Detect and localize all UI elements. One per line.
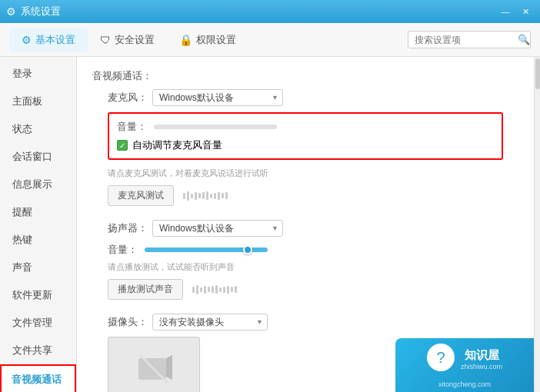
scrollbar-thumb[interactable] bbox=[535, 58, 540, 89]
mic-volume-row: 音量： bbox=[117, 120, 494, 134]
sidebar-item-reminder[interactable]: 提醒 bbox=[0, 198, 76, 226]
sidebar-item-dashboard[interactable]: 主面板 bbox=[0, 88, 76, 115]
speaker-device-select-wrapper[interactable]: Windows默认设备 bbox=[152, 220, 283, 237]
speaker-volume-row: 音量： bbox=[108, 243, 518, 257]
spk-waveform bbox=[192, 285, 237, 294]
speaker-device-select[interactable]: Windows默认设备 bbox=[152, 220, 283, 237]
auto-adjust-checkbox[interactable]: ✓ bbox=[117, 140, 128, 151]
title-bar: ⚙ 系统设置 — ✕ bbox=[0, 0, 540, 23]
tab-security-label: 安全设置 bbox=[115, 33, 155, 47]
sidebar-item-login[interactable]: 登录 bbox=[0, 60, 76, 88]
tab-basic-label: 基本设置 bbox=[35, 33, 75, 47]
scrollbar[interactable] bbox=[534, 57, 540, 392]
minimize-button[interactable]: — bbox=[497, 5, 514, 18]
close-button[interactable]: ✕ bbox=[517, 5, 534, 18]
search-box[interactable]: 🔍 bbox=[408, 31, 531, 48]
app-icon: ⚙ bbox=[6, 5, 16, 18]
watermark: ? 知识屋 zhishiwu.com xitongcheng.com bbox=[395, 338, 534, 392]
spk-hint-text: 请点播放测试，试试能否听到声音 bbox=[108, 261, 518, 273]
spk-test-row: 播放测试声音 bbox=[108, 279, 518, 300]
av-section-title-row: 音视频通话： bbox=[92, 69, 518, 83]
search-icon: 🔍 bbox=[518, 34, 530, 45]
spk-test-button[interactable]: 播放测试声音 bbox=[108, 279, 183, 300]
av-section-label: 音视频通话： bbox=[92, 69, 152, 83]
sidebar-item-hotkey[interactable]: 热键 bbox=[0, 226, 76, 254]
tab-permissions-label: 权限设置 bbox=[196, 33, 236, 47]
sidebar-item-info-display[interactable]: 信息展示 bbox=[0, 171, 76, 198]
sidebar-item-status[interactable]: 状态 bbox=[0, 115, 76, 143]
sidebar-item-chat-window[interactable]: 会话窗口 bbox=[0, 143, 76, 171]
speaker-slider-track[interactable] bbox=[145, 247, 268, 252]
camera-device-select[interactable]: 没有安装摄像头 bbox=[152, 314, 268, 331]
mic-field-label: 麦克风： bbox=[108, 91, 148, 105]
main-layout: 登录 主面板 状态 会话窗口 信息展示 提醒 热键 声音 软件更新 文件管理 文… bbox=[0, 57, 540, 392]
permissions-icon: 🔒 bbox=[179, 34, 192, 46]
auto-adjust-label: 自动调节麦克风音量 bbox=[132, 138, 222, 152]
window-controls: — ✕ bbox=[497, 5, 534, 18]
search-input[interactable] bbox=[415, 35, 515, 45]
watermark-text-block: 知识屋 zhishiwu.com bbox=[461, 348, 502, 370]
auto-adjust-row[interactable]: ✓ 自动调节麦克风音量 bbox=[117, 138, 494, 152]
sidebar-item-file-manage[interactable]: 文件管理 bbox=[0, 309, 76, 337]
sidebar: 登录 主面板 状态 会话窗口 信息展示 提醒 热键 声音 软件更新 文件管理 文… bbox=[0, 57, 77, 392]
mic-device-row: 麦克风： Windows默认设备 bbox=[108, 89, 518, 106]
mic-volume-label: 音量： bbox=[117, 120, 148, 134]
basic-icon: ⚙ bbox=[22, 34, 32, 46]
mic-test-row: 麦克风测试 bbox=[108, 185, 518, 206]
mic-volume-bar[interactable] bbox=[154, 125, 277, 129]
spk-volume-label: 音量： bbox=[108, 243, 138, 257]
mic-device-select[interactable]: Windows默认设备 bbox=[152, 89, 283, 106]
sidebar-item-software-update[interactable]: 软件更新 bbox=[0, 281, 76, 309]
sidebar-item-sound[interactable]: 声音 bbox=[0, 254, 76, 281]
window-title: 系统设置 bbox=[21, 5, 497, 18]
watermark-site: 知识屋 bbox=[461, 348, 502, 363]
sidebar-item-av-call[interactable]: 音视频通话 bbox=[0, 364, 76, 392]
mic-highlight-box: 音量： ✓ 自动调节麦克风音量 bbox=[108, 112, 503, 160]
camera-device-row: 摄像头： 没有安装摄像头 bbox=[108, 314, 518, 331]
mic-test-button[interactable]: 麦克风测试 bbox=[108, 185, 174, 206]
speaker-slider-thumb[interactable] bbox=[243, 245, 252, 254]
top-nav: ⚙ 基本设置 🛡 安全设置 🔒 权限设置 🔍 bbox=[0, 23, 540, 57]
mic-hint-text: 请点麦克风测试，对着麦克风说话进行试听 bbox=[108, 168, 518, 179]
speaker-device-row: 扬声器： Windows默认设备 bbox=[108, 220, 518, 237]
watermark-sub-domain: xitongcheng.com bbox=[438, 380, 491, 392]
spk-test-label: 播放测试声音 bbox=[118, 283, 173, 296]
mic-waveform bbox=[183, 191, 228, 201]
tab-basic[interactable]: ⚙ 基本设置 bbox=[9, 28, 88, 51]
camera-device-select-wrapper[interactable]: 没有安装摄像头 bbox=[152, 314, 268, 331]
camera-field-label: 摄像头： bbox=[108, 315, 148, 329]
mic-device-select-wrapper[interactable]: Windows默认设备 bbox=[152, 89, 283, 106]
mic-test-label: 麦克风测试 bbox=[118, 189, 164, 202]
sidebar-item-file-share[interactable]: 文件共享 bbox=[0, 337, 76, 364]
security-icon: 🛡 bbox=[100, 34, 111, 46]
speaker-field-label: 扬声器： bbox=[108, 221, 148, 235]
content-area: 音视频通话： 麦克风： Windows默认设备 音量： ✓ 自动调节麦克风音量 bbox=[77, 57, 534, 392]
watermark-domain: zhishiwu.com bbox=[461, 363, 502, 370]
camera-preview bbox=[108, 337, 200, 392]
tab-permissions[interactable]: 🔒 权限设置 bbox=[167, 28, 248, 51]
watermark-logo: ? bbox=[427, 344, 455, 371]
svg-marker-1 bbox=[166, 355, 172, 380]
tab-security[interactable]: 🛡 安全设置 bbox=[88, 28, 167, 51]
no-camera-icon bbox=[135, 349, 172, 386]
